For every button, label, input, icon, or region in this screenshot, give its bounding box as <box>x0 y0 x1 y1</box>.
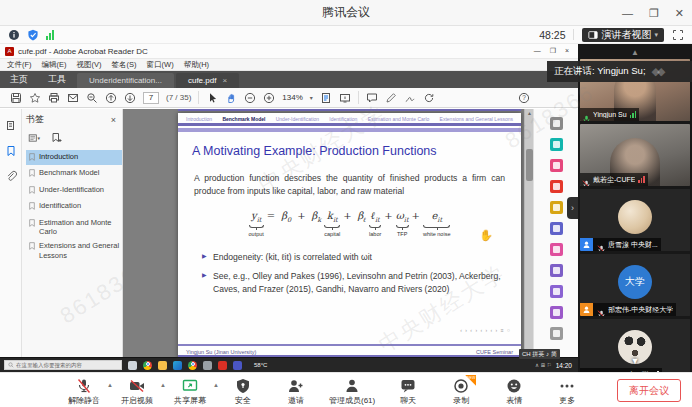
scan-ocr-icon[interactable] <box>550 285 563 298</box>
taskbar-clock[interactable]: 14:20 <box>556 362 574 369</box>
folder-icon[interactable] <box>158 361 167 370</box>
participant-tile[interactable]: 唐雪湶 中央财... <box>580 189 690 251</box>
print-icon[interactable] <box>48 92 60 104</box>
close-icon[interactable]: × <box>111 115 116 125</box>
security-button[interactable]: 安全 <box>223 375 263 406</box>
draw-icon[interactable] <box>550 306 563 319</box>
help-icon[interactable]: ? <box>518 92 530 104</box>
teams-icon[interactable] <box>233 361 242 370</box>
share-button[interactable]: 共享屏幕▲ <box>170 375 210 406</box>
combine-files-icon[interactable] <box>550 222 563 235</box>
zoom-plus-icon[interactable] <box>263 92 275 104</box>
pdf-document-area[interactable]: IntroductionBenchmark ModelUnder-Identif… <box>123 109 524 357</box>
chrome-icon[interactable] <box>143 361 152 370</box>
fill-sign-icon[interactable] <box>550 243 563 256</box>
menu-item[interactable]: 签名(S) <box>112 60 137 70</box>
export-pdf-icon[interactable] <box>550 138 563 151</box>
page-down-icon[interactable] <box>124 92 136 104</box>
red-app-icon[interactable] <box>218 361 227 370</box>
add-bookmark-icon[interactable] <box>50 132 62 144</box>
chevron-up-icon[interactable]: ▲ <box>107 382 113 388</box>
bookmark-item[interactable]: Extensions and General Lessons <box>26 239 122 262</box>
chevron-up-icon[interactable]: ▲ <box>213 382 219 388</box>
tab-tools[interactable]: 工具 <box>38 71 76 88</box>
chat-button[interactable]: 聊天 <box>388 375 428 406</box>
bookmark-item[interactable]: Introduction <box>26 150 122 165</box>
participant-tile[interactable]: 戴若尘-CUFE <box>580 124 690 186</box>
chrome-icon[interactable] <box>188 361 197 370</box>
mail-icon[interactable] <box>67 92 79 104</box>
edit-pdf-icon[interactable] <box>550 159 563 172</box>
mail-app-icon[interactable] <box>128 361 137 370</box>
reading-mode-icon[interactable] <box>339 92 351 104</box>
select-icon[interactable] <box>206 92 218 104</box>
zoom-tool-icon[interactable] <box>86 92 98 104</box>
view-mode-button[interactable]: 演讲者视图 ▾ <box>582 28 664 42</box>
video-button[interactable]: 开启视频▲ <box>117 375 157 406</box>
info-icon[interactable] <box>8 29 20 41</box>
shield-check-icon[interactable] <box>27 29 39 41</box>
close-icon[interactable]: × <box>565 47 569 55</box>
taskbar-search-box[interactable]: 在这里输入你要搜索的内容 <box>4 360 122 370</box>
create-pdf-icon[interactable] <box>550 180 563 193</box>
close-icon[interactable]: ✕ <box>675 7 684 20</box>
pdf-scrollbar[interactable]: ▲ ▼ <box>524 109 533 357</box>
participant-tile[interactable]: 大学邵宏伟-中央财经大学 <box>580 254 690 316</box>
bookmark-icon[interactable] <box>4 144 17 157</box>
paperclip-icon[interactable] <box>4 169 17 182</box>
chevron-up-icon[interactable]: ▲ <box>160 382 166 388</box>
leave-meeting-button[interactable]: 离开会议 <box>617 379 681 402</box>
fullscreen-icon[interactable] <box>672 29 684 41</box>
pages-icon[interactable] <box>4 119 17 132</box>
document-tab[interactable]: cufe.pdf× <box>176 73 239 88</box>
refresh-icon[interactable] <box>423 92 435 104</box>
unmute-button[interactable]: 解除静音▲ <box>64 375 104 406</box>
signal-icon[interactable] <box>46 30 54 40</box>
search-tool-icon[interactable] <box>550 117 563 130</box>
settings-icon[interactable] <box>203 361 212 370</box>
more-button[interactable]: 更多 <box>547 375 587 406</box>
fit-page-icon[interactable] <box>320 92 332 104</box>
zoom-minus-icon[interactable] <box>244 92 256 104</box>
more-tools-icon[interactable] <box>550 327 563 340</box>
restore-icon[interactable]: ❐ <box>550 47 556 55</box>
minimize-icon[interactable]: — <box>622 7 633 19</box>
menu-item[interactable]: 窗口(W) <box>147 60 174 70</box>
menu-item[interactable]: 视图(V) <box>77 60 102 70</box>
star-icon[interactable] <box>29 92 41 104</box>
bookmark-options-icon[interactable]: ▾ <box>28 132 40 144</box>
record-button[interactable]: NEW录制 <box>441 375 481 406</box>
page-number-input[interactable] <box>143 92 159 104</box>
hand-icon[interactable] <box>225 92 237 104</box>
sidebar-collapse-handle[interactable]: › <box>567 197 578 219</box>
comment-tool-icon[interactable] <box>550 201 563 214</box>
tab-home[interactable]: 主页 <box>0 71 38 88</box>
page-up-icon[interactable] <box>105 92 117 104</box>
taskbar-weather[interactable]: 58°C <box>254 362 267 368</box>
close-tab-icon[interactable]: × <box>222 76 227 85</box>
scrollbar-thumb[interactable] <box>526 149 533 181</box>
protect-icon[interactable] <box>550 264 563 277</box>
menu-item[interactable]: 编辑(E) <box>42 60 67 70</box>
edge-icon[interactable] <box>173 361 182 370</box>
menu-item[interactable]: 文件(F) <box>7 60 32 70</box>
menu-item[interactable]: 帮助(H) <box>184 60 209 70</box>
bookmark-item[interactable]: Identification <box>26 199 122 214</box>
invite-button[interactable]: 邀请 <box>276 375 316 406</box>
tray-icons[interactable]: ∧ ⊞ ⚐ <box>535 362 552 368</box>
comment-icon[interactable] <box>366 92 378 104</box>
chevron-down-icon[interactable]: ▾ <box>310 94 313 101</box>
emoji-button[interactable]: 表情 <box>494 375 534 406</box>
document-tab[interactable]: Underidentification... <box>77 73 174 88</box>
minimize-icon[interactable]: — <box>534 47 541 55</box>
chevron-down-icon[interactable]: ▼ <box>631 356 640 366</box>
maximize-icon[interactable]: ❐ <box>649 7 659 20</box>
bookmark-item[interactable]: Estimation and Monte Carlo <box>26 216 122 239</box>
bookmark-item[interactable]: Under-Identification <box>26 183 122 198</box>
bookmark-item[interactable]: Benchmark Model <box>26 166 122 181</box>
ime-indicator[interactable]: CH 拼英 ♪ 简 <box>519 349 560 359</box>
sign-icon[interactable] <box>404 92 416 104</box>
pencil-icon[interactable] <box>385 92 397 104</box>
save-icon[interactable] <box>10 92 22 104</box>
members-button[interactable]: 管理成员(61) <box>329 375 375 406</box>
